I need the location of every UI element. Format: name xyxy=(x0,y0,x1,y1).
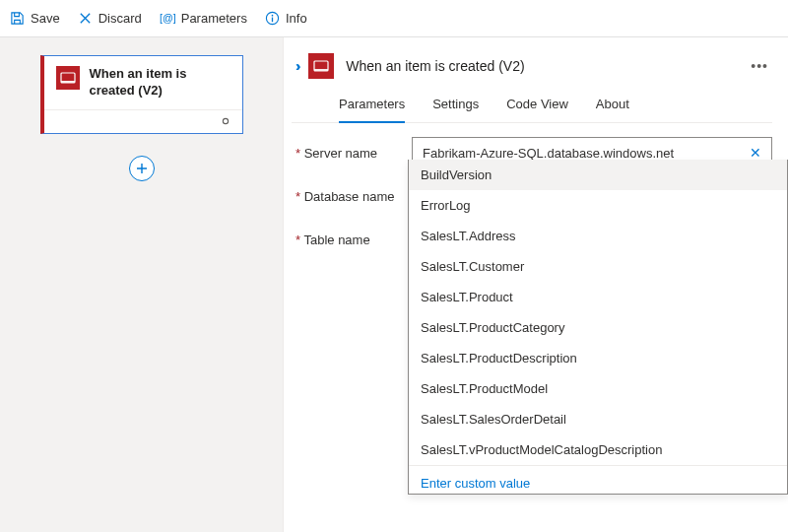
save-button[interactable]: Save xyxy=(10,11,60,26)
detail-title: When an item is created (V2) xyxy=(346,58,739,74)
table-option[interactable]: SalesLT.Customer xyxy=(409,251,787,282)
svg-point-2 xyxy=(272,15,274,17)
parameters-label: Parameters xyxy=(181,11,247,26)
label-database-name: Database name xyxy=(292,189,412,204)
svg-text:[@]: [@] xyxy=(160,12,175,24)
info-icon xyxy=(265,11,280,26)
main-split: When an item is created (V2) ›› When an … xyxy=(0,37,788,532)
table-option[interactable]: SalesLT.Address xyxy=(409,221,787,251)
discard-icon xyxy=(78,11,93,26)
connection-icon[interactable] xyxy=(219,116,232,126)
label-server-name: Server name xyxy=(292,146,412,161)
sql-detail-icon xyxy=(308,53,334,79)
tab-about[interactable]: About xyxy=(596,91,629,122)
sql-trigger-icon xyxy=(56,66,80,90)
table-option[interactable]: SalesLT.SalesOrderDetail xyxy=(409,404,787,434)
info-button[interactable]: Info xyxy=(265,11,307,26)
tab-codeview[interactable]: Code View xyxy=(506,91,568,122)
table-option[interactable]: SalesLT.vProductModelCatalogDescription xyxy=(409,434,787,465)
label-table-name: Table name xyxy=(292,233,412,247)
tab-settings[interactable]: Settings xyxy=(432,91,479,122)
toolbar: Save Discard [@] Parameters Info xyxy=(0,0,788,37)
svg-rect-7 xyxy=(314,69,328,71)
more-menu-icon[interactable]: ••• xyxy=(751,58,772,74)
table-option[interactable]: ErrorLog xyxy=(409,190,787,221)
trigger-card-title: When an item is created (V2) xyxy=(90,66,230,100)
detail-header: ›› When an item is created (V2) ••• xyxy=(292,49,772,91)
parameters-icon: [@] xyxy=(160,11,175,26)
detail-tabs: Parameters Settings Code View About xyxy=(292,91,772,123)
trigger-card-footer xyxy=(44,109,242,133)
tab-parameters[interactable]: Parameters xyxy=(339,91,405,123)
collapse-icon[interactable]: ›› xyxy=(296,58,296,74)
save-label: Save xyxy=(31,11,60,26)
table-dropdown: BuildVersion ErrorLog SalesLT.Address Sa… xyxy=(408,160,788,495)
parameters-button[interactable]: [@] Parameters xyxy=(160,11,247,26)
table-option[interactable]: SalesLT.Product xyxy=(409,282,787,312)
discard-label: Discard xyxy=(98,11,142,26)
svg-rect-3 xyxy=(272,18,273,23)
table-option[interactable]: SalesLT.ProductModel xyxy=(409,373,787,404)
table-option[interactable]: SalesLT.ProductDescription xyxy=(409,343,787,373)
clear-icon: ✕ xyxy=(750,145,761,161)
trigger-card-header: When an item is created (V2) xyxy=(44,56,242,109)
enter-custom-value[interactable]: Enter custom value xyxy=(409,465,787,495)
designer-canvas: When an item is created (V2) xyxy=(0,37,284,532)
info-label: Info xyxy=(286,11,307,26)
parameters-form: Server name ✕ Database name ✕ Table name… xyxy=(292,123,772,255)
discard-button[interactable]: Discard xyxy=(78,11,142,26)
save-icon xyxy=(10,11,25,26)
add-step-button[interactable] xyxy=(129,156,155,181)
detail-panel: ›› When an item is created (V2) ••• Para… xyxy=(284,37,788,532)
trigger-card[interactable]: When an item is created (V2) xyxy=(40,55,243,134)
svg-rect-5 xyxy=(61,81,75,83)
table-option[interactable]: BuildVersion xyxy=(409,160,787,190)
table-option[interactable]: SalesLT.ProductCategory xyxy=(409,312,787,343)
